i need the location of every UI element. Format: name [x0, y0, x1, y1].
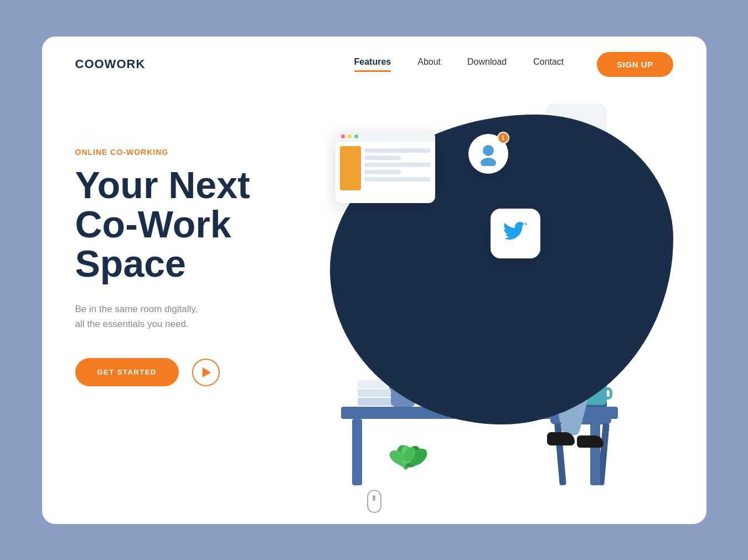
- floating-twitter-card: [491, 209, 540, 258]
- browser-dot-red: [341, 134, 345, 138]
- play-button[interactable]: [192, 359, 220, 386]
- twitter-icon: [502, 220, 529, 247]
- hero-section: ONLINE CO-WORKING Your Next Co-Work Spac…: [42, 92, 706, 524]
- notification-badge: 1: [497, 132, 509, 144]
- hero-title-line2: Co-Work: [75, 203, 231, 245]
- browser-dot-green: [354, 134, 358, 138]
- nav-item-contact[interactable]: Contact: [533, 57, 564, 72]
- hero-description: Be in the same room digitally,all the es…: [75, 302, 252, 331]
- floating-profile-card: 1: [468, 134, 508, 174]
- nav-item-about[interactable]: About: [417, 57, 441, 72]
- browser-dot-yellow: [348, 134, 352, 138]
- hero-title: Your Next Co-Work Space: [75, 165, 308, 284]
- nav-links: Features About Download Contact: [354, 57, 564, 72]
- hero-right: 1: [308, 103, 673, 491]
- browser-line-5: [364, 177, 431, 182]
- main-card: COOWORK Features About Download Contact …: [42, 37, 706, 524]
- svg-point-0: [483, 145, 494, 156]
- profile-avatar-icon: [476, 142, 501, 166]
- get-started-button[interactable]: GET STARTED: [75, 358, 179, 386]
- browser-line-4: [364, 170, 401, 174]
- browser-line-2: [364, 155, 401, 160]
- navbar: COOWORK Features About Download Contact …: [42, 37, 706, 92]
- nav-item-features[interactable]: Features: [354, 57, 391, 72]
- browser-line-1: [364, 148, 431, 153]
- nav-link-contact[interactable]: Contact: [533, 57, 564, 66]
- browser-line-3: [364, 163, 431, 167]
- scroll-indicator: [367, 490, 381, 513]
- browser-lines: [364, 146, 431, 190]
- person-shoe-right: [577, 435, 603, 448]
- signup-button[interactable]: SIGN UP: [597, 52, 673, 77]
- browser-bar: [336, 131, 435, 142]
- browser-content: [336, 142, 435, 195]
- nav-link-about[interactable]: About: [417, 57, 441, 66]
- nav-link-features[interactable]: Features: [354, 57, 391, 72]
- mug-handle: [605, 387, 612, 400]
- person-shoe-left: [547, 432, 575, 445]
- cta-row: GET STARTED: [75, 358, 308, 386]
- hero-left: ONLINE CO-WORKING Your Next Co-Work Spac…: [75, 103, 308, 387]
- svg-point-1: [481, 158, 496, 166]
- desk-leg-right: [590, 419, 600, 485]
- desk-leg-left: [352, 419, 362, 485]
- logo: COOWORK: [75, 57, 146, 71]
- browser-sidebar: [340, 146, 361, 190]
- nav-link-download[interactable]: Download: [467, 57, 507, 66]
- book-2: [358, 389, 395, 397]
- hero-title-line3: Space: [75, 242, 186, 284]
- hero-title-line1: Your Next: [75, 164, 250, 206]
- hero-tagline: ONLINE CO-WORKING: [75, 148, 308, 157]
- nav-item-download[interactable]: Download: [467, 57, 507, 72]
- floating-browser-card: [336, 131, 435, 203]
- scroll-dot: [373, 495, 375, 501]
